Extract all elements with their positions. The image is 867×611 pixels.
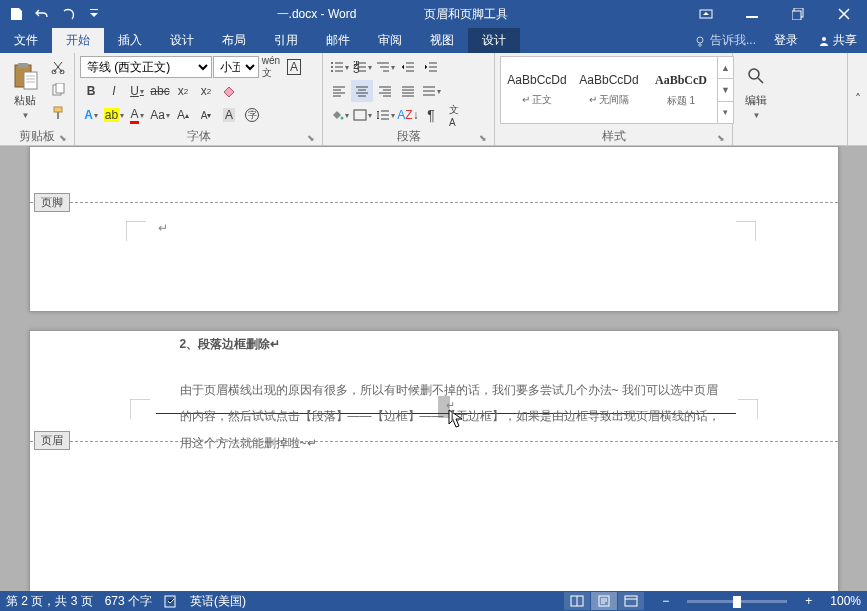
ribbon-options-button[interactable] [683, 0, 729, 28]
word-count[interactable]: 673 个字 [105, 593, 152, 610]
paint-bucket-icon [330, 109, 344, 121]
tab-review[interactable]: 审阅 [364, 28, 416, 53]
page-indicator[interactable]: 第 2 页，共 3 页 [6, 593, 93, 610]
character-border-button[interactable]: A [283, 56, 305, 78]
italic-button[interactable]: I [103, 80, 125, 102]
language-indicator[interactable]: 英语(美国) [190, 593, 246, 610]
tab-mailings[interactable]: 邮件 [312, 28, 364, 53]
text-effects-button[interactable]: A▾ [80, 104, 102, 126]
shading-button[interactable]: ▾ [328, 104, 350, 126]
decrease-indent-button[interactable] [397, 56, 419, 78]
shrink-font-button[interactable]: A▾ [195, 104, 217, 126]
font-dialog-launcher[interactable]: ⬊ [305, 132, 317, 144]
strikethrough-button[interactable]: abc [149, 80, 171, 102]
group-paragraph-label: 段落 [397, 128, 421, 145]
proofing-icon[interactable] [164, 594, 178, 608]
page-1-bottom: 页脚 ↵ [29, 146, 839, 312]
numbering-button[interactable]: 123▾ [351, 56, 373, 78]
save-button[interactable] [4, 2, 28, 26]
paragraph-text: 由于页眉横线出现的原因有很多，所以有时候删不掉的话，我们要多尝试几个办法~ 我们… [180, 377, 728, 456]
zoom-in-button[interactable]: + [799, 594, 818, 608]
qat-customize-button[interactable] [82, 2, 106, 26]
style-heading1[interactable]: AaBbCcD 标题 1 [647, 60, 715, 120]
svg-rect-13 [54, 107, 62, 112]
title-bar: 一.docx - Word 页眉和页脚工具 [0, 0, 867, 28]
document-area[interactable]: 页脚 ↵ ↵ 页眉 2、段落边框删除↵ 由于页眉横线出现的原因有很多，所以有时候… [0, 146, 867, 591]
zoom-out-button[interactable]: − [656, 594, 675, 608]
tab-header-footer-design[interactable]: 设计 [468, 28, 520, 53]
borders-button[interactable]: ▾ [351, 104, 373, 126]
undo-button[interactable] [30, 2, 54, 26]
sort-button[interactable]: AZ↓ [397, 104, 419, 126]
tab-layout[interactable]: 布局 [208, 28, 260, 53]
multilevel-list-button[interactable]: ▾ [374, 56, 396, 78]
align-left-button[interactable] [328, 80, 350, 102]
group-clipboard-label: 剪贴板 [19, 128, 55, 145]
tab-view[interactable]: 视图 [416, 28, 468, 53]
zoom-thumb[interactable] [733, 596, 741, 608]
paragraph-dialog-launcher[interactable]: ⬊ [477, 132, 489, 144]
share-button[interactable]: 共享 [808, 28, 867, 53]
svg-point-15 [331, 66, 333, 68]
minimize-button[interactable] [729, 0, 775, 28]
font-size-combo[interactable]: 小五 [213, 56, 259, 78]
format-painter-button[interactable] [47, 102, 69, 124]
close-button[interactable] [821, 0, 867, 28]
tab-file[interactable]: 文件 [0, 28, 52, 53]
eraser-icon [222, 84, 236, 98]
tab-design[interactable]: 设计 [156, 28, 208, 53]
bullets-button[interactable]: ▾ [328, 56, 350, 78]
styles-dialog-launcher[interactable]: ⬊ [715, 132, 727, 144]
enclose-characters-button[interactable]: 字 [241, 104, 263, 126]
zoom-level[interactable]: 100% [830, 594, 861, 608]
text-direction-button[interactable]: 文A [443, 104, 465, 126]
grow-font-button[interactable]: A▴ [172, 104, 194, 126]
find-button[interactable]: 编辑 ▼ [738, 56, 774, 126]
distributed-button[interactable]: ▾ [420, 80, 442, 102]
tab-references[interactable]: 引用 [260, 28, 312, 53]
collapse-ribbon-button[interactable]: ˄ [847, 53, 867, 145]
clear-formatting-button[interactable] [218, 80, 240, 102]
cut-icon [51, 60, 65, 74]
redo-button[interactable] [56, 2, 80, 26]
superscript-button[interactable]: x2 [195, 80, 217, 102]
style-no-spacing[interactable]: AaBbCcDd ↵ 无间隔 [575, 60, 643, 120]
tab-home[interactable]: 开始 [52, 28, 104, 53]
document-title: 一.docx - Word [277, 6, 357, 23]
show-marks-button[interactable]: ¶ [420, 104, 442, 126]
tab-insert[interactable]: 插入 [104, 28, 156, 53]
justify-button[interactable] [397, 80, 419, 102]
underline-button[interactable]: U▾ [126, 80, 148, 102]
gallery-down-button[interactable]: ▼ [718, 79, 733, 101]
signin-link[interactable]: 登录 [764, 28, 808, 53]
align-right-button[interactable] [374, 80, 396, 102]
web-layout-button[interactable] [618, 592, 644, 610]
clipboard-dialog-launcher[interactable]: ⬊ [57, 132, 69, 144]
read-mode-button[interactable] [564, 592, 590, 610]
print-layout-button[interactable] [591, 592, 617, 610]
highlight-button[interactable]: ab▾ [103, 104, 125, 126]
tell-me-search[interactable]: 告诉我... [686, 28, 764, 53]
align-center-button[interactable] [351, 80, 373, 102]
zoom-slider[interactable] [687, 600, 787, 603]
footer-area[interactable]: ↵ [30, 203, 838, 311]
group-editing: 编辑 ▼ [733, 53, 847, 145]
font-name-combo[interactable]: 等线 (西文正文) [80, 56, 212, 78]
cut-button[interactable] [47, 56, 69, 78]
svg-rect-3 [792, 11, 801, 20]
restore-button[interactable] [775, 0, 821, 28]
svg-point-20 [340, 117, 343, 120]
font-color-button[interactable]: A▾ [126, 104, 148, 126]
style-normal[interactable]: AaBbCcDd ↵ 正文 [503, 60, 571, 120]
line-spacing-button[interactable]: ▾ [374, 104, 396, 126]
increase-indent-button[interactable] [420, 56, 442, 78]
change-case-button[interactable]: Aa▾ [149, 104, 171, 126]
paste-button[interactable]: 粘贴 ▼ [5, 56, 45, 126]
copy-button[interactable] [47, 79, 69, 101]
phonetic-guide-button[interactable]: wén文 [260, 56, 282, 78]
gallery-up-button[interactable]: ▲ [718, 57, 733, 79]
gallery-more-button[interactable]: ▾ [718, 102, 733, 123]
bold-button[interactable]: B [80, 80, 102, 102]
subscript-button[interactable]: x2 [172, 80, 194, 102]
character-shading-button[interactable]: A [218, 104, 240, 126]
